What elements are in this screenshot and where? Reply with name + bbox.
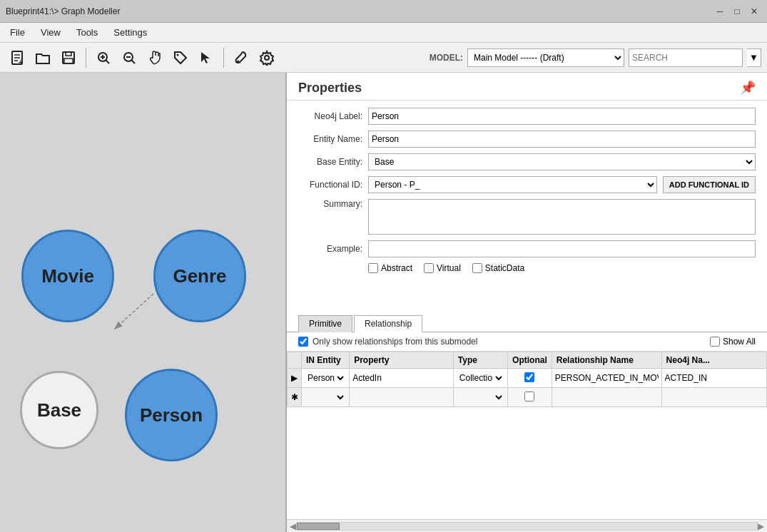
- relationship-table-scroll[interactable]: IN Entity Property Type Optional Relatio…: [287, 352, 767, 519]
- menu-settings[interactable]: Settings: [106, 25, 154, 40]
- hand-tool-button[interactable]: [143, 46, 166, 69]
- base-entity-row: Base Entity: Base: [298, 153, 756, 170]
- neo4j-name-input[interactable]: [665, 370, 763, 386]
- canvas-area: Movie Genre Base Person: [0, 73, 285, 532]
- functional-id-row: Functional ID: Person - P_ ADD FUNCTIONA…: [298, 176, 756, 193]
- example-label: Example:: [298, 244, 362, 254]
- row-type-cell[interactable]: Collection: [453, 369, 507, 388]
- new-in-entity-cell[interactable]: [302, 388, 350, 407]
- properties-panel: Properties 📌 Neo4j Label: Entity Name: B…: [285, 73, 767, 532]
- property-input[interactable]: [352, 370, 450, 386]
- optional-checkbox[interactable]: [524, 372, 534, 382]
- new-property-input[interactable]: [352, 389, 450, 405]
- bottom-scrollbar[interactable]: ◀ ▶: [287, 519, 767, 532]
- col-neo4j-name: Neo4j Na...: [661, 352, 766, 369]
- model-label: MODEL:: [430, 53, 463, 63]
- tab-primitive[interactable]: Primitive: [298, 315, 352, 332]
- base-entity-select[interactable]: Base: [368, 153, 756, 170]
- svg-line-9: [106, 60, 110, 63]
- minimize-button[interactable]: ─: [713, 4, 727, 19]
- panel-body: Neo4j Label: Entity Name: Base Entity: B…: [287, 101, 767, 314]
- pin-icon[interactable]: 📌: [740, 80, 756, 96]
- node-person[interactable]: Person: [125, 369, 218, 461]
- row-arrow-cell: ▶: [288, 369, 302, 388]
- node-genre[interactable]: Genre: [153, 230, 246, 322]
- menu-tools[interactable]: Tools: [69, 25, 105, 40]
- horizontal-scrollbar[interactable]: [296, 522, 758, 531]
- zoom-out-button[interactable]: [118, 46, 141, 69]
- example-input[interactable]: [368, 240, 756, 257]
- menu-view[interactable]: View: [34, 25, 68, 40]
- select-button[interactable]: [195, 46, 218, 69]
- entity-name-input[interactable]: [368, 131, 756, 148]
- new-optional-cell[interactable]: [508, 388, 552, 407]
- scroll-left-arrow[interactable]: ◀: [290, 521, 296, 531]
- scroll-right-arrow[interactable]: ▶: [758, 521, 764, 531]
- new-button[interactable]: +: [6, 46, 29, 69]
- row-property-cell[interactable]: [350, 369, 454, 388]
- node-movie[interactable]: Movie: [21, 230, 114, 322]
- tab-relationship[interactable]: Relationship: [354, 315, 422, 332]
- open-button[interactable]: [31, 46, 54, 69]
- base-entity-label: Base Entity:: [298, 157, 362, 167]
- row-in-entity-cell[interactable]: Person: [302, 369, 350, 388]
- zoom-in-button[interactable]: [92, 46, 115, 69]
- virtual-checkbox-label: Virtual: [424, 263, 461, 273]
- new-in-entity-select[interactable]: [305, 389, 346, 405]
- rel-name-input[interactable]: [555, 370, 659, 386]
- col-arrow: [288, 352, 302, 369]
- wrench-button[interactable]: [230, 46, 253, 69]
- col-property: Property: [350, 352, 454, 369]
- entity-name-label: Entity Name:: [298, 134, 362, 144]
- svg-line-13: [132, 60, 136, 63]
- search-dropdown-arrow[interactable]: ▼: [747, 48, 761, 67]
- new-neo4j-name-cell[interactable]: [661, 388, 766, 407]
- in-entity-select[interactable]: Person: [305, 370, 346, 386]
- search-input[interactable]: [629, 48, 743, 67]
- node-movie-label: Movie: [41, 265, 94, 287]
- abstract-checkbox[interactable]: [368, 263, 378, 273]
- submodel-filter-checkbox[interactable]: [298, 337, 308, 347]
- show-all-checkbox[interactable]: [710, 337, 720, 347]
- table-header-row: IN Entity Property Type Optional Relatio…: [288, 352, 767, 369]
- row-rel-name-cell[interactable]: [552, 369, 661, 388]
- staticdata-checkbox[interactable]: [472, 263, 482, 273]
- col-optional: Optional: [508, 352, 552, 369]
- new-type-cell[interactable]: [453, 388, 507, 407]
- svg-point-16: [237, 60, 239, 62]
- new-property-cell[interactable]: [350, 388, 454, 407]
- show-all-label: Show All: [723, 337, 756, 347]
- functional-id-select[interactable]: Person - P_: [368, 176, 657, 193]
- neo4j-label-label: Neo4j Label:: [298, 111, 362, 121]
- settings-gear-button[interactable]: [255, 46, 278, 69]
- new-neo4j-name-input[interactable]: [665, 389, 763, 405]
- node-genre-label: Genre: [173, 265, 226, 287]
- abstract-checkbox-label: Abstract: [368, 263, 412, 273]
- new-rel-name-cell[interactable]: [552, 388, 661, 407]
- save-button[interactable]: [57, 46, 80, 69]
- neo4j-label-input[interactable]: [368, 108, 756, 125]
- tag-button[interactable]: [169, 46, 192, 69]
- add-functional-id-button[interactable]: ADD FUNCTIONAL ID: [663, 176, 756, 193]
- type-select[interactable]: Collection: [457, 370, 504, 386]
- abstract-label: Abstract: [381, 263, 412, 273]
- col-rel-name: Relationship Name: [552, 352, 661, 369]
- menu-file[interactable]: File: [3, 25, 32, 40]
- maximize-button[interactable]: □: [730, 4, 744, 19]
- row-optional-cell[interactable]: [508, 369, 552, 388]
- new-type-select[interactable]: [457, 389, 504, 405]
- virtual-checkbox[interactable]: [424, 263, 434, 273]
- new-optional-checkbox[interactable]: [524, 392, 534, 401]
- title-bar: Blueprint41:\> Graph Modeller ─ □ ✕: [0, 0, 767, 23]
- new-rel-name-input[interactable]: [555, 389, 659, 405]
- filter-label: Only show relationships from this submod…: [313, 337, 706, 347]
- scrollbar-thumb[interactable]: [297, 523, 340, 530]
- show-all-area: Show All: [710, 337, 756, 347]
- row-neo4j-name-cell[interactable]: [661, 369, 766, 388]
- model-select[interactable]: Main Model ------ (Draft): [467, 48, 624, 67]
- summary-input[interactable]: [368, 199, 756, 235]
- close-button[interactable]: ✕: [747, 4, 761, 19]
- svg-rect-7: [64, 58, 73, 63]
- node-base[interactable]: Base: [20, 371, 98, 449]
- table-row: ▶ Person Collection: [288, 369, 767, 388]
